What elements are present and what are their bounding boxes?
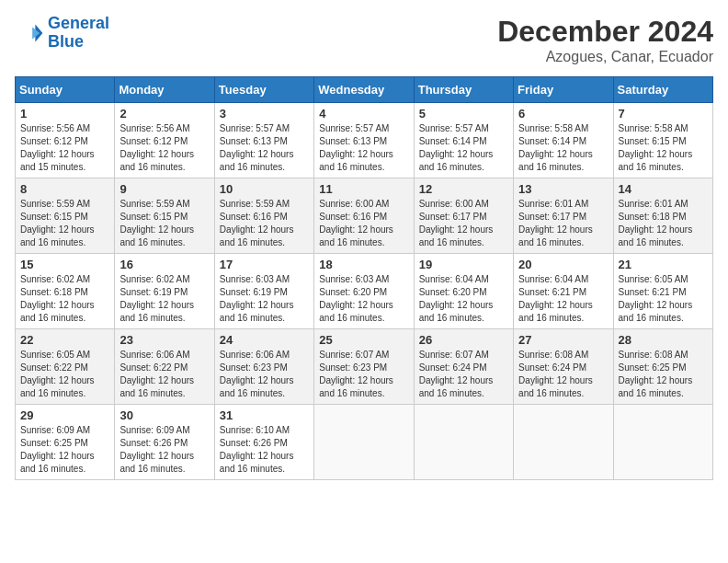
day-info: Sunrise: 6:06 AM Sunset: 6:22 PM Dayligh… — [119, 349, 209, 400]
calendar-cell: 7Sunrise: 5:58 AM Sunset: 6:15 PM Daylig… — [613, 103, 712, 178]
day-info: Sunrise: 6:09 AM Sunset: 6:25 PM Dayligh… — [20, 424, 109, 476]
day-number: 20 — [518, 258, 608, 271]
calendar-cell: 28Sunrise: 6:08 AM Sunset: 6:25 PM Dayli… — [613, 329, 712, 405]
day-info: Sunrise: 6:07 AM Sunset: 6:24 PM Dayligh… — [419, 349, 508, 400]
calendar-cell: 6Sunrise: 5:58 AM Sunset: 6:14 PM Daylig… — [514, 103, 613, 178]
calendar-cell: 12Sunrise: 6:00 AM Sunset: 6:17 PM Dayli… — [414, 178, 513, 254]
day-number: 11 — [319, 182, 408, 196]
calendar-cell: 30Sunrise: 6:09 AM Sunset: 6:26 PM Dayli… — [115, 405, 214, 480]
day-number: 9 — [119, 182, 209, 196]
calendar-week-row: 15Sunrise: 6:02 AM Sunset: 6:18 PM Dayli… — [16, 254, 713, 329]
calendar-cell: 2Sunrise: 5:56 AM Sunset: 6:12 PM Daylig… — [115, 103, 214, 178]
calendar-cell: 20Sunrise: 6:04 AM Sunset: 6:21 PM Dayli… — [514, 254, 613, 329]
calendar-cell: 14Sunrise: 6:01 AM Sunset: 6:18 PM Dayli… — [613, 178, 712, 254]
page-header: General Blue December 2024 Azogues, Cana… — [15, 15, 713, 65]
day-info: Sunrise: 5:58 AM Sunset: 6:15 PM Dayligh… — [619, 122, 708, 174]
calendar-cell: 8Sunrise: 5:59 AM Sunset: 6:15 PM Daylig… — [16, 178, 115, 254]
weekday-header-friday: Friday — [514, 77, 613, 103]
calendar-cell: 23Sunrise: 6:06 AM Sunset: 6:22 PM Dayli… — [115, 329, 214, 405]
day-info: Sunrise: 6:00 AM Sunset: 6:17 PM Dayligh… — [419, 198, 508, 249]
logo: General Blue — [15, 15, 109, 52]
day-number: 23 — [119, 333, 209, 347]
calendar-week-row: 22Sunrise: 6:05 AM Sunset: 6:22 PM Dayli… — [16, 329, 713, 405]
day-number: 22 — [20, 333, 109, 347]
day-number: 16 — [119, 258, 209, 271]
day-info: Sunrise: 6:08 AM Sunset: 6:25 PM Dayligh… — [619, 349, 708, 400]
day-number: 6 — [518, 107, 608, 121]
calendar-cell: 16Sunrise: 6:02 AM Sunset: 6:19 PM Dayli… — [115, 254, 214, 329]
day-number: 27 — [518, 333, 608, 347]
day-info: Sunrise: 6:05 AM Sunset: 6:22 PM Dayligh… — [20, 349, 109, 400]
calendar-cell: 26Sunrise: 6:07 AM Sunset: 6:24 PM Dayli… — [414, 329, 513, 405]
calendar-header-row: SundayMondayTuesdayWednesdayThursdayFrid… — [16, 77, 713, 103]
day-number: 15 — [20, 258, 109, 271]
main-title: December 2024 — [497, 15, 713, 49]
calendar-cell: 4Sunrise: 5:57 AM Sunset: 6:13 PM Daylig… — [314, 103, 414, 178]
day-info: Sunrise: 6:08 AM Sunset: 6:24 PM Dayligh… — [518, 349, 608, 400]
day-info: Sunrise: 6:02 AM Sunset: 6:18 PM Dayligh… — [20, 273, 109, 325]
calendar-week-row: 29Sunrise: 6:09 AM Sunset: 6:25 PM Dayli… — [16, 405, 713, 480]
day-info: Sunrise: 6:06 AM Sunset: 6:23 PM Dayligh… — [220, 349, 309, 400]
calendar-cell — [613, 405, 712, 480]
day-info: Sunrise: 6:01 AM Sunset: 6:18 PM Dayligh… — [619, 198, 708, 249]
day-number: 3 — [220, 107, 309, 121]
weekday-header-tuesday: Tuesday — [214, 77, 313, 103]
day-number: 18 — [319, 258, 408, 271]
calendar-cell: 11Sunrise: 6:00 AM Sunset: 6:16 PM Dayli… — [314, 178, 414, 254]
day-info: Sunrise: 6:04 AM Sunset: 6:20 PM Dayligh… — [419, 273, 508, 325]
logo-text: General Blue — [48, 15, 109, 52]
day-info: Sunrise: 6:04 AM Sunset: 6:21 PM Dayligh… — [518, 273, 608, 325]
calendar-cell: 15Sunrise: 6:02 AM Sunset: 6:18 PM Dayli… — [16, 254, 115, 329]
calendar-cell — [414, 405, 513, 480]
location-subtitle: Azogues, Canar, Ecuador — [497, 49, 713, 65]
calendar-cell: 19Sunrise: 6:04 AM Sunset: 6:20 PM Dayli… — [414, 254, 513, 329]
calendar-cell: 9Sunrise: 5:59 AM Sunset: 6:15 PM Daylig… — [115, 178, 214, 254]
day-info: Sunrise: 6:09 AM Sunset: 6:26 PM Dayligh… — [119, 424, 209, 476]
day-number: 17 — [220, 258, 309, 271]
calendar-cell — [514, 405, 613, 480]
day-info: Sunrise: 5:57 AM Sunset: 6:14 PM Dayligh… — [419, 122, 508, 174]
day-number: 19 — [419, 258, 508, 271]
title-block: December 2024 Azogues, Canar, Ecuador — [497, 15, 713, 65]
day-number: 30 — [119, 408, 209, 422]
calendar-cell: 5Sunrise: 5:57 AM Sunset: 6:14 PM Daylig… — [414, 103, 513, 178]
calendar-cell: 1Sunrise: 5:56 AM Sunset: 6:12 PM Daylig… — [16, 103, 115, 178]
day-info: Sunrise: 5:56 AM Sunset: 6:12 PM Dayligh… — [20, 122, 109, 174]
calendar-week-row: 8Sunrise: 5:59 AM Sunset: 6:15 PM Daylig… — [16, 178, 713, 254]
day-info: Sunrise: 5:57 AM Sunset: 6:13 PM Dayligh… — [319, 122, 408, 174]
calendar-cell — [314, 405, 414, 480]
day-info: Sunrise: 6:03 AM Sunset: 6:19 PM Dayligh… — [220, 273, 309, 325]
weekday-header-saturday: Saturday — [613, 77, 712, 103]
logo-line1: General — [48, 14, 109, 32]
calendar-cell: 3Sunrise: 5:57 AM Sunset: 6:13 PM Daylig… — [214, 103, 313, 178]
weekday-header-sunday: Sunday — [16, 77, 115, 103]
calendar-cell: 18Sunrise: 6:03 AM Sunset: 6:20 PM Dayli… — [314, 254, 414, 329]
calendar-cell: 17Sunrise: 6:03 AM Sunset: 6:19 PM Dayli… — [214, 254, 313, 329]
day-number: 12 — [419, 182, 508, 196]
calendar-body: 1Sunrise: 5:56 AM Sunset: 6:12 PM Daylig… — [16, 103, 713, 480]
calendar-cell: 13Sunrise: 6:01 AM Sunset: 6:17 PM Dayli… — [514, 178, 613, 254]
logo-icon — [15, 18, 44, 48]
calendar-week-row: 1Sunrise: 5:56 AM Sunset: 6:12 PM Daylig… — [16, 103, 713, 178]
day-info: Sunrise: 6:03 AM Sunset: 6:20 PM Dayligh… — [319, 273, 408, 325]
day-number: 21 — [619, 258, 708, 271]
day-number: 8 — [20, 182, 109, 196]
day-info: Sunrise: 5:59 AM Sunset: 6:15 PM Dayligh… — [20, 198, 109, 249]
day-number: 24 — [220, 333, 309, 347]
day-info: Sunrise: 6:10 AM Sunset: 6:26 PM Dayligh… — [220, 424, 309, 476]
calendar-cell: 24Sunrise: 6:06 AM Sunset: 6:23 PM Dayli… — [214, 329, 313, 405]
day-info: Sunrise: 6:00 AM Sunset: 6:16 PM Dayligh… — [319, 198, 408, 249]
calendar-cell: 29Sunrise: 6:09 AM Sunset: 6:25 PM Dayli… — [16, 405, 115, 480]
day-number: 2 — [119, 107, 209, 121]
day-info: Sunrise: 6:07 AM Sunset: 6:23 PM Dayligh… — [319, 349, 408, 400]
day-number: 31 — [220, 408, 309, 422]
calendar-cell: 25Sunrise: 6:07 AM Sunset: 6:23 PM Dayli… — [314, 329, 414, 405]
day-info: Sunrise: 6:02 AM Sunset: 6:19 PM Dayligh… — [119, 273, 209, 325]
weekday-header-monday: Monday — [115, 77, 214, 103]
day-number: 14 — [619, 182, 708, 196]
day-number: 25 — [319, 333, 408, 347]
day-number: 7 — [619, 107, 708, 121]
day-info: Sunrise: 5:59 AM Sunset: 6:16 PM Dayligh… — [220, 198, 309, 249]
day-info: Sunrise: 5:56 AM Sunset: 6:12 PM Dayligh… — [119, 122, 209, 174]
day-info: Sunrise: 5:58 AM Sunset: 6:14 PM Dayligh… — [518, 122, 608, 174]
